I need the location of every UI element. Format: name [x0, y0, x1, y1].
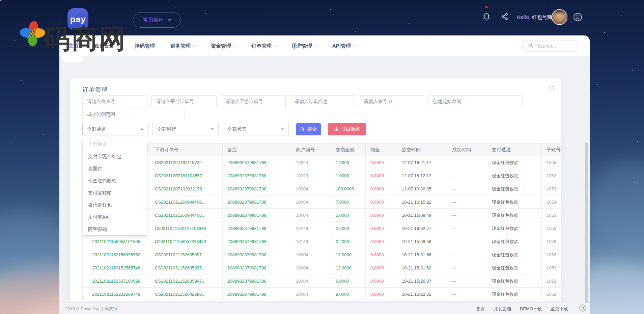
table-header-cell[interactable]: 备注 — [223, 143, 291, 156]
help-icon[interactable]: ? — [579, 305, 586, 312]
search-button[interactable]: 搜索 — [296, 123, 321, 135]
chevron-down-icon — [193, 44, 196, 47]
nav-item-订单管理[interactable]: 订单管理 — [251, 43, 276, 49]
table-header-cell[interactable]: 佣金 — [366, 143, 397, 156]
table-row[interactable]: CS20211207162115722...208893237998178810… — [83, 156, 561, 169]
table-row[interactable]: 20211021155958101505C2021102115595731345… — [83, 235, 561, 248]
table-cell: --- — [447, 222, 487, 235]
dropdown-option[interactable]: 微信群红包 — [83, 199, 147, 211]
bell-icon[interactable] — [482, 12, 491, 21]
footer-link-监控下载[interactable]: 监控下载 — [551, 306, 568, 312]
menu-icon[interactable] — [573, 12, 582, 21]
petal — [28, 34, 37, 47]
table-header-cell[interactable]: 子账号ID — [542, 143, 561, 156]
search-box[interactable] — [522, 40, 579, 52]
share-icon[interactable] — [500, 12, 509, 21]
dropdown-option[interactable]: 支付宝转账 — [83, 187, 147, 199]
table-cell: 2088932379981788 — [223, 156, 291, 169]
table-cell: 2088932379981788 — [223, 222, 291, 235]
table-row[interactable]: CS20211207161208557...208893237998178810… — [83, 169, 561, 182]
table-cell: 1.0000 — [331, 156, 366, 169]
table-cell: 2088932379981788 — [223, 235, 291, 248]
table-header-cell[interactable]: 下游订单号 — [150, 143, 223, 156]
filter-input-5[interactable] — [428, 95, 523, 107]
dropdown-option[interactable]: 阿里报销 — [83, 223, 147, 235]
table-header-cell[interactable]: 提交时间 — [397, 143, 447, 156]
footer-link-首页[interactable]: 首页 — [476, 306, 485, 312]
table-cell: --- — [447, 209, 487, 221]
table-cell: CS20211021160944406... — [150, 195, 223, 208]
filter-input-0[interactable] — [82, 95, 147, 107]
table-cell: 0.0000 — [366, 288, 397, 300]
greeting[interactable]: Hello, 红包号商 — [517, 14, 552, 21]
footer-link-开发文档[interactable]: 开发文档 — [494, 306, 511, 312]
table-cell: 5.0000 — [331, 209, 366, 221]
table-cell: 10004 — [291, 248, 331, 261]
table-row[interactable]: 20211021153156995752CS20211021152635997.… — [83, 248, 561, 261]
filter-input-4[interactable] — [359, 95, 424, 107]
dropdown-option[interactable]: 支付宝现金红包 — [83, 150, 147, 162]
status-select-value: 全部状态 — [227, 126, 246, 132]
petal — [19, 27, 33, 38]
chevron-down-icon — [314, 44, 317, 47]
filter-input-3[interactable] — [290, 95, 355, 107]
table-row[interactable]: CS20211021160944406...208893237998178810… — [83, 195, 561, 209]
dropdown-option[interactable]: 全部通道 — [83, 138, 147, 150]
scrollbar-thumb[interactable] — [585, 142, 588, 311]
table-header-cell[interactable]: 支付通道 — [487, 143, 542, 156]
status-select[interactable]: 全部状态 — [223, 123, 289, 135]
time-range-input[interactable] — [82, 108, 185, 120]
table-row[interactable]: CS20211207103032179...208893237998178810… — [83, 182, 561, 195]
dropdown-option[interactable]: 当面付 — [83, 162, 147, 175]
refresh-icon[interactable] — [549, 85, 555, 91]
avatar[interactable] — [552, 10, 567, 24]
table-header-cell[interactable]: 交易金额 — [331, 143, 366, 156]
chevron-down-icon — [274, 44, 277, 47]
quick-actions-button[interactable]: 常用操作 — [133, 12, 181, 28]
search-input[interactable] — [536, 43, 573, 49]
table-cell: 20211021152232569749 — [83, 288, 150, 300]
nav-item-主页[interactable]: 主页 — [68, 43, 79, 49]
orders-table: 平台订单号下游订单号备注商户编号交易金额佣金提交时间成功时间支付通道子账号ID … — [82, 143, 561, 301]
table-row[interactable]: CS20211021160944406...208893237998178810… — [83, 209, 561, 222]
bank-select[interactable]: 全部银行 — [152, 123, 219, 135]
nav-item-挂码管理[interactable]: 挂码管理 — [135, 43, 155, 49]
table-cell: 1053 — [542, 288, 561, 300]
table-cell: --- — [447, 195, 487, 208]
nav-item-资金管理[interactable]: 资金管理 — [211, 43, 236, 49]
filter-input-1[interactable] — [151, 95, 217, 107]
chevron-down-icon — [167, 17, 171, 21]
nav-item-账户设置[interactable]: 账户设置 — [94, 43, 119, 49]
dropdown-option[interactable]: 支付宝AA — [83, 211, 147, 223]
filter-input-2[interactable] — [221, 95, 286, 107]
table-header-cell[interactable]: 成功时间 — [447, 143, 487, 156]
table-cell: 0.0000 — [366, 274, 397, 287]
table-cell: 1053 — [542, 195, 561, 208]
petal — [32, 28, 46, 38]
app-logo[interactable]: pay — [67, 8, 88, 30]
nav-item-财务管理[interactable]: 财务管理 — [170, 43, 195, 49]
dropdown-option[interactable]: 现金红包收款 — [83, 175, 147, 187]
table-cell: 现金红包收款 — [487, 156, 542, 169]
table-cell: --- — [447, 169, 487, 182]
table-cell: CS20211207162115722... — [150, 156, 223, 169]
table-row[interactable]: 20211021153152565748CS20211021152635997.… — [83, 261, 561, 274]
table-cell: 1053 — [542, 209, 561, 221]
table-cell: 0.2000 — [331, 222, 366, 235]
table-cell: 10-21 15:22:32 — [397, 288, 447, 300]
table-row[interactable]: 20211021152232569749CS20211021152042888.… — [83, 288, 561, 301]
content-area: 订单管理 全部通道 全部银行 全部状态 — [59, 56, 590, 314]
channel-select[interactable]: 全部通道 — [82, 123, 148, 135]
table-row[interactable]: 20211021152637100559CS20211021152635997.… — [83, 274, 561, 288]
table-cell: 12.0000 — [331, 261, 366, 274]
notification-dot — [485, 6, 487, 8]
nav-item-label: 订单管理 — [251, 43, 272, 49]
nav-item-API管理[interactable]: API管理 — [332, 43, 356, 49]
table-cell: 1053 — [542, 156, 561, 169]
export-button[interactable]: 导出数据 — [328, 123, 366, 135]
table-row[interactable]: C202110211602271033832088932379981788101… — [83, 222, 561, 235]
nav-item-用户管理[interactable]: 用户管理 — [292, 43, 317, 49]
footer-link-DEMO下载[interactable]: DEMO下载 — [520, 306, 542, 312]
table-header-cell[interactable]: 商户编号 — [291, 143, 331, 156]
table-cell: 8.0000 — [331, 288, 366, 300]
